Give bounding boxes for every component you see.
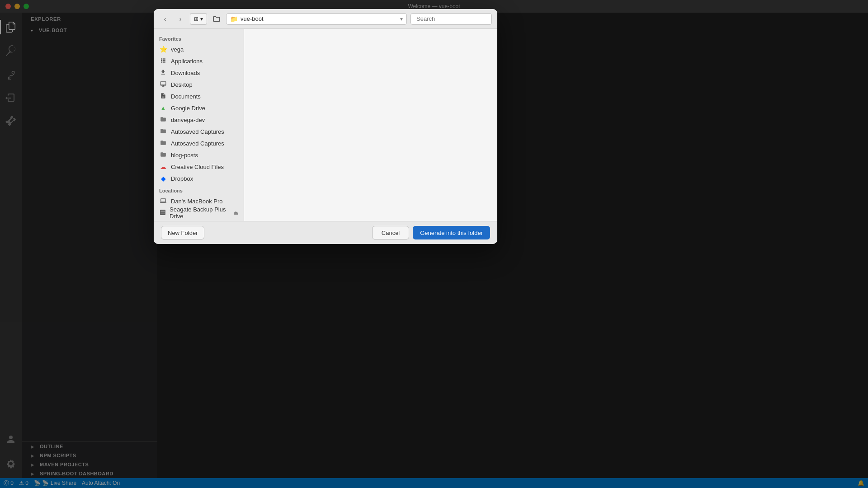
seagate-icon: [159, 209, 166, 217]
view-grid-icon: ⊞: [194, 16, 198, 22]
google-drive-icon: ▲: [159, 104, 167, 112]
creative-cloud-files-item[interactable]: ☁ Creative Cloud Files: [154, 161, 244, 173]
location-text: vue-boot: [241, 15, 264, 22]
google-drive-label: Google Drive: [171, 105, 205, 112]
downloads-label: Downloads: [171, 70, 200, 76]
autosaved-captures-2-item[interactable]: Autosaved Captures: [154, 137, 244, 149]
seagate-eject-icon[interactable]: ⏏: [233, 210, 238, 216]
documents-icon: [159, 93, 167, 100]
blog-posts-label: blog-posts: [171, 152, 198, 159]
dans-macbook-label: Dan's MacBook Pro: [171, 198, 222, 205]
desktop-label: Desktop: [171, 81, 193, 88]
google-drive-item[interactable]: ▲ Google Drive: [154, 102, 244, 114]
dropbox-label: Dropbox: [171, 175, 193, 182]
blog-posts-item[interactable]: blog-posts: [154, 149, 244, 161]
search-bar[interactable]: [410, 13, 492, 25]
cancel-button[interactable]: Cancel: [372, 226, 409, 239]
view-dropdown-icon: ▾: [200, 16, 203, 22]
forward-button[interactable]: ›: [175, 13, 186, 25]
vega-label: vega: [171, 46, 184, 53]
seagate-label: Seagate Backup Plus Drive: [170, 206, 230, 220]
autosaved-captures-2-icon: [159, 140, 167, 147]
view-button[interactable]: ⊞ ▾: [190, 13, 207, 25]
blog-posts-icon: [159, 151, 167, 159]
location-folder-icon: 📁: [230, 15, 238, 23]
autosaved-captures-1-label: Autosaved Captures: [171, 128, 224, 135]
documents-item[interactable]: Documents: [154, 90, 244, 102]
dialog-overlay: ‹ › ⊞ ▾ 📁 vue-boot ▾: [0, 0, 868, 488]
autosaved-captures-1-item[interactable]: Autosaved Captures: [154, 126, 244, 137]
dialog-footer: New Folder Cancel Generate into this fol…: [154, 221, 497, 244]
dialog-sidebar: Favorites ⭐ vega Applications Downloads: [154, 29, 244, 221]
vega-item[interactable]: ⭐ vega: [154, 43, 244, 55]
dropbox-item[interactable]: ◆ Dropbox: [154, 173, 244, 184]
location-dropdown-icon: ▾: [400, 16, 403, 22]
danvega-dev-label: danvega-dev: [171, 117, 205, 123]
creative-cloud-files-label: Creative Cloud Files: [171, 164, 224, 170]
desktop-item[interactable]: Desktop: [154, 79, 244, 90]
autosaved-captures-2-label: Autosaved Captures: [171, 140, 224, 147]
dialog-file-content: [244, 29, 497, 221]
generate-button[interactable]: Generate into this folder: [413, 226, 490, 239]
autosaved-captures-1-icon: [159, 128, 167, 136]
dialog-body: Favorites ⭐ vega Applications Downloads: [154, 29, 497, 221]
macbook-icon: [159, 197, 167, 205]
applications-label: Applications: [171, 58, 203, 65]
vega-icon: ⭐: [159, 46, 167, 53]
desktop-icon: [159, 81, 167, 89]
location-bar[interactable]: 📁 vue-boot ▾: [226, 13, 407, 25]
search-input[interactable]: [416, 15, 492, 22]
creative-cloud-icon: ☁: [159, 163, 167, 170]
parent-folder-button[interactable]: [211, 13, 222, 25]
downloads-item[interactable]: Downloads: [154, 67, 244, 79]
favorites-label: Favorites: [154, 33, 244, 43]
dropbox-icon: ◆: [159, 175, 167, 182]
applications-item[interactable]: Applications: [154, 55, 244, 67]
downloads-icon: [159, 69, 167, 77]
danvega-dev-icon: [159, 116, 167, 124]
back-button[interactable]: ‹: [159, 13, 171, 25]
danvega-dev-item[interactable]: danvega-dev: [154, 114, 244, 126]
seagate-backup-item[interactable]: Seagate Backup Plus Drive ⏏: [154, 207, 244, 219]
new-folder-button[interactable]: New Folder: [161, 226, 204, 239]
file-picker-dialog: ‹ › ⊞ ▾ 📁 vue-boot ▾: [154, 9, 497, 244]
applications-icon: [159, 57, 167, 65]
dialog-toolbar: ‹ › ⊞ ▾ 📁 vue-boot ▾: [154, 9, 497, 29]
documents-label: Documents: [171, 93, 201, 100]
locations-label: Locations: [154, 184, 244, 195]
dans-macbook-pro-item[interactable]: Dan's MacBook Pro: [154, 195, 244, 207]
